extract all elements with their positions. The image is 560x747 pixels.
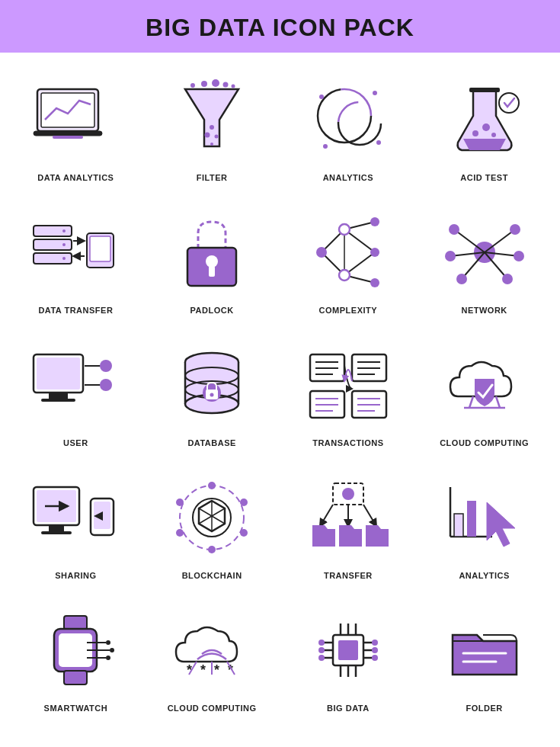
svg-point-31 — [62, 243, 66, 246]
svg-point-117 — [240, 529, 248, 537]
svg-line-125 — [363, 505, 375, 524]
icon-cloud-computing2: * * * * — [162, 604, 261, 696]
svg-point-46 — [339, 224, 350, 235]
svg-rect-1 — [41, 93, 94, 127]
icon-cell-analytics2: ANALYTICS — [416, 458, 552, 591]
svg-point-21 — [323, 144, 328, 149]
svg-rect-22 — [469, 88, 500, 92]
svg-point-119 — [176, 529, 184, 537]
icon-cell-data-transfer: DATA TRANSFER — [8, 193, 144, 325]
svg-line-52 — [454, 229, 485, 252]
svg-point-158 — [318, 640, 325, 646]
svg-point-138 — [110, 648, 114, 652]
svg-point-48 — [370, 217, 379, 226]
svg-point-5 — [190, 83, 195, 88]
svg-point-20 — [376, 140, 381, 145]
svg-line-123 — [322, 505, 333, 524]
label-padlock: PADLOCK — [190, 306, 234, 315]
svg-point-116 — [240, 499, 248, 506]
svg-point-36 — [206, 255, 218, 268]
svg-point-59 — [510, 224, 520, 235]
icon-network — [435, 207, 534, 298]
svg-point-70 — [100, 360, 112, 372]
icon-analytics — [299, 74, 398, 165]
icon-grid: DATA ANALYTICS — [0, 53, 560, 731]
icon-sharing — [26, 472, 125, 563]
svg-rect-28 — [34, 239, 72, 250]
icon-filter — [162, 74, 261, 165]
icon-cell-cloud-computing2: * * * * CLOUD COMPUTING — [144, 591, 280, 723]
svg-rect-129 — [467, 501, 476, 537]
svg-point-12 — [215, 135, 219, 139]
label-network: NETWORK — [461, 306, 507, 315]
svg-point-71 — [100, 379, 112, 391]
icon-data-transfer — [26, 207, 125, 298]
icon-cell-transfer: TRANSFER — [280, 458, 417, 591]
icon-cell-filter: FILTER — [144, 60, 280, 193]
svg-point-24 — [482, 123, 490, 131]
label-acid-test: ACID TEST — [460, 173, 508, 182]
svg-point-118 — [208, 546, 216, 553]
icon-cell-blockchain: BLOCKCHAIN — [144, 458, 280, 591]
label-filter: FILTER — [197, 173, 228, 182]
svg-point-32 — [62, 257, 66, 260]
svg-point-8 — [223, 82, 229, 88]
svg-point-9 — [232, 85, 235, 88]
icon-data-analytics — [26, 74, 125, 165]
svg-line-53 — [485, 229, 515, 252]
svg-point-163 — [372, 655, 378, 661]
icon-cell-big-data: BIG DATA — [280, 591, 417, 723]
icon-cell-folder: FOLDER — [416, 591, 552, 723]
svg-rect-130 — [64, 616, 87, 630]
svg-point-60 — [445, 251, 456, 261]
svg-point-160 — [318, 655, 325, 661]
svg-point-30 — [62, 229, 66, 232]
icon-transactions — [299, 339, 398, 431]
svg-point-47 — [339, 270, 350, 281]
label-folder: FOLDER — [466, 704, 503, 713]
icon-cell-cloud-computing: CLOUD COMPUTING — [416, 325, 552, 458]
svg-rect-133 — [64, 671, 87, 684]
svg-point-10 — [210, 125, 214, 130]
label-transfer: TRANSFER — [324, 571, 373, 580]
svg-rect-66 — [49, 393, 68, 399]
svg-point-23 — [472, 130, 478, 136]
icon-cell-user: USER — [8, 325, 144, 458]
icon-cloud-computing — [435, 339, 534, 431]
svg-point-159 — [318, 647, 325, 653]
label-transactions: TRANSACTIONS — [312, 438, 383, 447]
svg-rect-3 — [53, 136, 83, 139]
icon-cell-transactions: TRANSACTIONS — [280, 325, 417, 458]
svg-point-25 — [491, 133, 496, 137]
svg-rect-65 — [37, 357, 80, 390]
label-data-transfer: DATA TRANSFER — [38, 306, 113, 315]
svg-marker-4 — [185, 89, 238, 146]
svg-rect-34 — [90, 236, 110, 261]
page-header: BIG DATA ICON PACK — [0, 0, 560, 53]
svg-rect-2 — [34, 131, 102, 136]
svg-point-49 — [370, 248, 379, 257]
label-data-analytics: DATA ANALYTICS — [37, 173, 114, 182]
page-title: BIG DATA ICON PACK — [0, 14, 560, 42]
svg-point-122 — [342, 488, 354, 500]
svg-point-58 — [449, 224, 459, 235]
icon-cell-complexity: COMPLEXITY — [280, 193, 417, 325]
icon-big-data — [299, 604, 398, 696]
label-complexity: COMPLEXITY — [319, 306, 378, 315]
svg-rect-145 — [338, 640, 358, 660]
svg-line-98 — [469, 396, 473, 408]
label-database: DATABASE — [187, 438, 235, 447]
svg-point-26 — [499, 93, 519, 113]
svg-point-19 — [373, 91, 377, 95]
svg-point-13 — [210, 143, 213, 146]
icon-cell-smartwatch: SMARTWATCH — [8, 591, 144, 723]
label-analytics: ANALYTICS — [323, 173, 373, 182]
svg-point-63 — [502, 274, 513, 284]
svg-point-18 — [319, 95, 324, 99]
icon-padlock — [162, 207, 261, 298]
svg-point-161 — [372, 640, 378, 646]
svg-point-162 — [372, 647, 378, 653]
label-big-data: BIG DATA — [327, 704, 370, 713]
label-cloud-computing2: CLOUD COMPUTING — [168, 704, 257, 713]
icon-complexity — [299, 207, 398, 298]
